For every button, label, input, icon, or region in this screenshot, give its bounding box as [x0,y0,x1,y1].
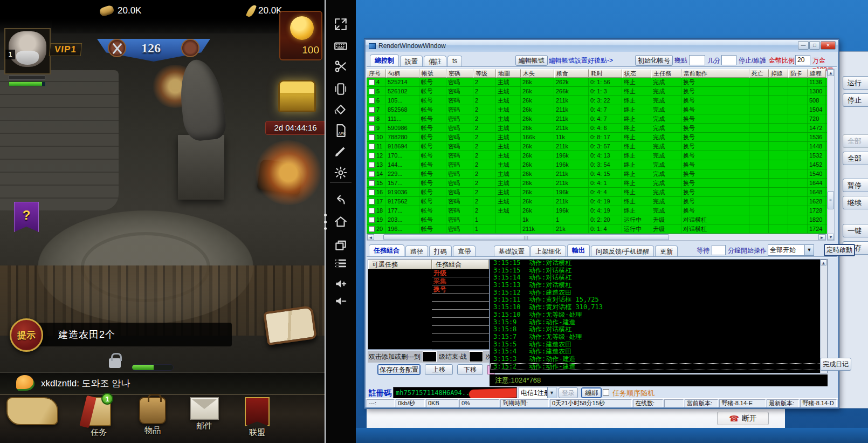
log-line[interactable]: 3:15:2动作:动作-建造 [490,363,827,371]
column-header-14[interactable]: 防卡 [788,69,808,78]
keyboard-icon[interactable] [333,38,349,54]
recents-icon[interactable] [333,237,349,254]
side-button-继续[interactable]: 继续 [843,196,868,209]
column-header-15[interactable]: 線程 [808,69,826,78]
rotate-icon[interactable] [333,101,349,118]
task-combo-item[interactable] [432,294,489,302]
side-button-运行[interactable]: 运行 [843,76,868,90]
menu-item-任务[interactable]: 任务 [80,397,118,438]
task-combo-item[interactable] [432,334,489,342]
row-checkbox[interactable] [369,134,375,140]
tab-lowerright-4[interactable]: 更新 [655,246,678,256]
home-icon[interactable] [333,214,349,230]
row-checkbox[interactable] [369,189,375,195]
tab-lowerleft-3[interactable]: 寬帶 [453,246,476,256]
start-mode-select[interactable]: 全部开始 ▼ [768,244,814,256]
finish-diary-button[interactable]: 完成日记 [820,358,851,371]
row-checkbox[interactable] [369,180,375,186]
tab-main-3[interactable]: ts [447,56,462,66]
login-button[interactable]: 登录 [559,387,578,398]
row-checkbox[interactable] [369,171,375,177]
table-row[interactable]: 12170...帐号密码2主城26k196k0: 4: 13终止完成换号1532 [367,151,827,160]
table-row[interactable]: 18177...帐号密码2主城26k196k0: 4: 19终止完成换号1728 [367,206,827,215]
table-row[interactable]: 15157...帐号密码2主城26k211k0: 4: 1终止完成换号1644 [367,179,827,188]
available-tasks-header[interactable]: 可選任務 [368,260,432,269]
log-line[interactable]: 3:15:4动作:建造农田 [490,348,827,356]
table-row[interactable]: 11918694帐号密码2主城26k211k0: 3: 57终止完成换号1448 [367,142,827,151]
side-button-停止[interactable]: 停止 [843,93,868,107]
row-checkbox[interactable] [369,208,375,214]
tab-main-0[interactable]: 總控制 [370,54,399,66]
side-button-全部[interactable]: 全部 [843,152,868,165]
table-row[interactable]: 17917562帐号密码2主城26k211k0: 4: 19终止完成换号1628 [367,197,827,206]
disconnect-button[interactable]: ☎ 断开 [717,412,769,425]
gold-coin-button[interactable]: 100 [279,11,322,60]
row-checkbox[interactable] [369,199,375,205]
chat-bar[interactable]: xkdlzntld: 도와조 암나 [0,372,325,394]
tab-lowerright-2[interactable]: 輸出 [567,244,590,256]
tab-main-1[interactable]: 設置 [400,56,423,66]
tab-lowerright-0[interactable]: 基礎設置 [494,246,529,256]
column-header-13[interactable]: 掉線 [769,69,788,78]
column-header-4[interactable]: 等级 [473,69,496,78]
wait-minutes-input[interactable] [712,245,726,255]
apk-install-icon[interactable]: APK [333,122,349,139]
table-row[interactable]: 14229...帐号密码2主城26k211k0: 4: 15终止完成换号1540 [367,169,827,179]
column-header-7[interactable]: 粮食 [554,69,589,78]
battle-times-input[interactable] [469,351,483,362]
scroll-left-arrow[interactable]: ◄ [367,234,374,240]
task-combo-item[interactable] [432,302,489,310]
back-icon[interactable] [333,192,349,208]
row-checkbox[interactable] [369,144,375,149]
column-header-2[interactable]: 帳號 [419,69,446,78]
table-row[interactable]: 9590986帐号密码2主城26k211k0: 4: 6终止完成换号1472 [367,124,827,133]
table-row[interactable]: 6105...帐号密码2主城26k211k0: 3: 22终止完成换号508 [367,96,827,105]
wood-resource[interactable]: 20.0K [100,3,141,18]
move-down-button[interactable]: 下移 [457,364,483,375]
scroll-right-arrow[interactable]: ► [818,234,825,240]
gold-ratio-input[interactable]: 20 [795,55,810,65]
close-button[interactable]: ✕ [821,41,836,50]
vip-badge[interactable]: VIP1 [49,43,82,56]
log-line[interactable]: 3:15:10动作:无等级-处理 [490,311,827,319]
horizontal-scrollbar[interactable]: ◄ ► ||| [367,234,826,241]
bind-button[interactable]: 繃綁 [581,387,602,398]
log-line[interactable]: 3:15:14动作:对话横杠 [490,274,827,282]
init-account-button[interactable]: 初始化帳号 [635,55,673,66]
tab-lowerleft-1[interactable]: 路径 [405,246,428,256]
log-line[interactable]: 3:15:15动作:对话横杠 [490,267,827,275]
gear-icon[interactable] [333,165,349,181]
task-random-checkbox[interactable] [603,389,609,396]
log-line[interactable]: 3:15:7动作:无等级-处理 [490,333,827,341]
task-combo-item[interactable]: 升级 [432,269,489,277]
log-line[interactable]: 3:15:5动作:建造农田 [490,341,827,349]
fullscreen-icon[interactable] [333,16,349,32]
table-row[interactable]: 5526102帐号密码2主城26k266k0: 1: 3终止完成换号1300 [367,87,827,96]
clean-brush-icon[interactable] [333,143,349,159]
row-checkbox[interactable] [369,162,375,168]
food-resource[interactable]: 20.0K [248,3,282,18]
column-header-11[interactable]: 當前動作 [681,69,749,78]
menu-item-联盟[interactable]: 联盟 [236,397,278,438]
task-combo-item[interactable]: 采集 [432,277,489,285]
task-combo-item[interactable]: 换号 [432,285,489,294]
table-row[interactable]: 4525214帐号密码2主城26k262k0: 1: 56终止完成换号1136 [367,78,827,87]
hour-input[interactable] [689,55,705,65]
minute-input[interactable] [721,55,736,65]
menu-item-邮件[interactable]: 邮件 [185,397,223,431]
treasure-chest[interactable] [278,80,316,112]
volume-up-icon[interactable] [333,276,349,292]
volume-down-icon[interactable] [333,293,349,309]
level-end-input[interactable] [423,351,437,362]
table-row[interactable]: 8111...帐号密码2主城26k211k0: 4: 7终止完成换号720 [367,114,827,124]
save-task-config-button[interactable]: 保存任务配置 [377,364,421,375]
log-scrollbar[interactable]: ▲ [820,260,827,373]
register-code-field[interactable]: mh7571571148H6A94... [393,387,517,399]
row-checkbox[interactable] [369,217,375,223]
row-checkbox[interactable] [369,153,375,159]
title-bar[interactable]: RenderWindowWindow — □ ✕ [366,40,838,52]
column-header-8[interactable]: 耗时 [589,69,622,78]
row-checkbox[interactable] [369,88,375,94]
row-checkbox[interactable] [369,226,375,232]
column-header-0[interactable]: 序号 [367,69,386,78]
